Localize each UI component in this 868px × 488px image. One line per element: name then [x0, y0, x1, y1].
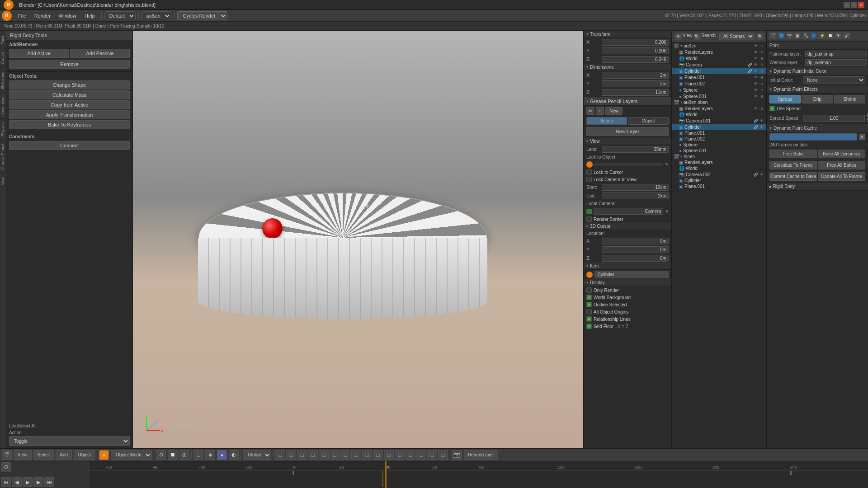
viewport-type-icon[interactable]: 🎬: [2, 450, 12, 460]
eye-icon-6[interactable]: 👁: [753, 81, 759, 86]
change-shape-button[interactable]: Change Shape: [9, 80, 130, 89]
title-bar-controls[interactable]: – □ ✕: [844, 2, 864, 8]
outliner-plane001-2[interactable]: ▣ Plane.001: [672, 130, 766, 136]
add-button[interactable]: Add: [56, 450, 72, 460]
dim-z-value[interactable]: 11cm: [602, 89, 669, 96]
eye-icon-4[interactable]: 👁: [753, 68, 759, 74]
close-button[interactable]: ✕: [858, 2, 864, 8]
outliner-plane001-1[interactable]: ▣ Plane.001 👁 ⊕: [672, 74, 766, 80]
link-icon-2[interactable]: 🔗: [747, 68, 753, 74]
lock-object-value[interactable]: [594, 164, 663, 165]
spread-tab[interactable]: Spread: [769, 95, 801, 103]
lens-value[interactable]: 35mm: [602, 146, 669, 153]
outliner-renderlayers-3[interactable]: ▦ RenderLayers: [672, 160, 766, 165]
update-all-button[interactable]: Update All To Frame: [818, 172, 865, 181]
wetmap-input[interactable]: [805, 59, 867, 66]
cursor-icon-8[interactable]: ⊕: [759, 94, 764, 99]
search-icon-btn[interactable]: 🔍: [693, 33, 701, 40]
snap-icon[interactable]: 🔲: [168, 450, 178, 460]
outliner-renderlayers-2[interactable]: ▦ RenderLayers 👁 ⊕: [672, 105, 766, 112]
add-active-button[interactable]: Add Active: [9, 49, 69, 58]
menu-render[interactable]: Render: [31, 12, 54, 19]
overlay-15[interactable]: □: [427, 450, 437, 460]
scene-selector[interactable]: außen: [142, 11, 171, 20]
prev-frame-btn[interactable]: ◀: [12, 477, 22, 487]
outliner-world-2[interactable]: 🌐 World: [672, 112, 766, 117]
overlay-16[interactable]: □: [438, 450, 448, 460]
eye-icon-5[interactable]: 👁: [753, 75, 759, 80]
cursor-icon-9[interactable]: ⊕: [759, 106, 764, 111]
outline-selected-checkbox[interactable]: ✓: [586, 302, 592, 307]
cursor-icon[interactable]: ⊕: [759, 43, 764, 48]
tab-grease-pencil[interactable]: Grease Pencil: [0, 140, 6, 174]
eye-icon-7[interactable]: 👁: [753, 87, 759, 93]
cursor-z-value[interactable]: 0m: [602, 255, 669, 262]
shrink-tab[interactable]: Shrink: [834, 95, 865, 103]
outliner-sphere-1[interactable]: ● Sphere 👁 ⊕: [672, 87, 766, 93]
add-passive-button[interactable]: Add Passive: [70, 49, 130, 58]
overlay-10[interactable]: □: [373, 450, 383, 460]
menu-help[interactable]: Help: [81, 12, 99, 19]
shading-icon-3[interactable]: ●: [217, 450, 227, 460]
x-value[interactable]: 0.200: [602, 39, 669, 46]
outliner-world-1[interactable]: 🌐 World 👁 ⊕: [672, 55, 766, 61]
link-icon-3[interactable]: 🔗: [753, 118, 759, 123]
dp-icon-1[interactable]: 🎬: [769, 32, 777, 39]
outliner-search-icon[interactable]: 🔍: [756, 33, 764, 40]
cursor-icon-6[interactable]: ⊕: [759, 81, 764, 86]
bake-to-keyframes-button[interactable]: Bake To Keyframes: [9, 120, 130, 129]
outliner-plane001-3[interactable]: ▣ Plane.001: [672, 183, 766, 189]
overlay-1[interactable]: □: [275, 450, 285, 460]
tab-misc[interactable]: Misc: [0, 173, 6, 189]
paintmap-input[interactable]: [805, 51, 867, 57]
cursor-y-value[interactable]: 0m: [602, 246, 669, 253]
outliner-world-3[interactable]: 🌐 World: [672, 165, 766, 171]
shading-icon-2[interactable]: ◈: [205, 450, 215, 460]
item-name-field[interactable]: Cylinder: [594, 271, 669, 278]
free-all-bakes-button[interactable]: Free All Bakes: [818, 161, 865, 169]
eye-icon-8[interactable]: 👁: [753, 94, 759, 99]
apply-transformation-button[interactable]: Apply Transformation: [9, 110, 130, 119]
overlay-7[interactable]: □: [340, 450, 350, 460]
cursor-x-value[interactable]: 0m: [602, 238, 669, 244]
object-button-vp[interactable]: Object: [74, 450, 95, 460]
cursor-icon-5[interactable]: ⊕: [759, 75, 764, 80]
timeline-ruler[interactable]: -80 -60 -40 -20 0 20 40 60 80 120 160 20…: [90, 461, 868, 488]
mode-selector[interactable]: Object Mode: [111, 450, 152, 460]
grid-floor-checkbox[interactable]: ✓: [586, 324, 592, 329]
all-scenes-selector[interactable]: All Scenes: [719, 33, 755, 40]
tab-create[interactable]: Create: [0, 48, 6, 68]
overlay-11[interactable]: □: [384, 450, 394, 460]
clip-end-value[interactable]: 1km: [602, 192, 669, 199]
overlay-9[interactable]: □: [362, 450, 372, 460]
mode-icon[interactable]: ●: [99, 450, 109, 460]
tab-tools[interactable]: Tools: [0, 31, 6, 48]
shading-icon-4[interactable]: ◐: [229, 450, 239, 460]
eye-icon-9[interactable]: 👁: [753, 106, 759, 111]
dp-icon-8[interactable]: 🔲: [826, 32, 834, 39]
eye-icon-11[interactable]: 👁: [759, 124, 764, 130]
search-label[interactable]: Search: [702, 33, 716, 40]
cache-clear-btn[interactable]: ✕: [859, 134, 865, 140]
dim-x-value[interactable]: 2m: [602, 72, 669, 79]
calculate-to-frame-button[interactable]: Calculate To Frame: [769, 161, 817, 169]
renderlayer-button[interactable]: RenderLayer: [464, 450, 498, 460]
dp-icon-5[interactable]: 🔧: [802, 32, 809, 39]
minimize-button[interactable]: –: [844, 2, 850, 8]
scene-button[interactable]: Scene: [586, 117, 627, 125]
link-icon-4[interactable]: 🔗: [753, 124, 759, 130]
timeline-icon[interactable]: ⏱: [1, 462, 11, 472]
link-icon-5[interactable]: 🔗: [753, 172, 759, 177]
y-value[interactable]: 0.200: [602, 47, 669, 54]
cursor-icon-3[interactable]: ⊕: [759, 62, 764, 67]
tab-physics[interactable]: Physics: [0, 118, 6, 140]
tab-relations[interactable]: Relations: [0, 68, 6, 93]
lock-camera-checkbox[interactable]: [586, 177, 592, 182]
eye-icon-1[interactable]: 👁: [753, 49, 759, 55]
cursor-icon-1[interactable]: ⊕: [759, 49, 764, 55]
dp-icon-9[interactable]: 👁: [835, 32, 842, 39]
object-button[interactable]: Object: [628, 117, 669, 125]
outliner-camera001[interactable]: 📷 Camera.001 🔗 👁: [672, 117, 766, 124]
outliner-cylinder-2[interactable]: ▣ Cylinder 🔗 👁: [672, 124, 766, 130]
overlay-12[interactable]: □: [395, 450, 405, 460]
